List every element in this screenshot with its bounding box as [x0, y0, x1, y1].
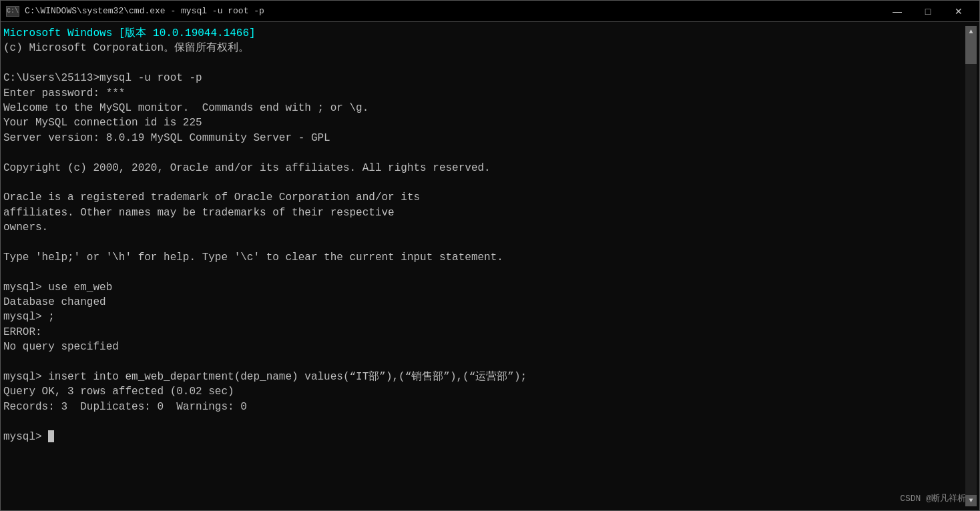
terminal-body[interactable]: Microsoft Windows [版本 10.0.19044.1466] (… — [1, 22, 979, 510]
watermark: CSDN @断凡祥析 — [900, 493, 966, 505]
scrollbar-down[interactable]: ▼ — [965, 495, 977, 506]
scrollbar-up[interactable]: ▲ — [965, 26, 977, 37]
scrollbar-track[interactable] — [965, 37, 977, 495]
terminal-window: C:\ C:\WINDOWS\system32\cmd.exe - mysql … — [0, 0, 980, 511]
title-bar-text: C:\WINDOWS\system32\cmd.exe - mysql -u r… — [25, 6, 882, 16]
window-icon: C:\ — [6, 6, 19, 17]
scrollbar[interactable]: ▲ ▼ — [965, 26, 977, 506]
close-button[interactable]: ✕ — [943, 1, 974, 22]
window-controls: — □ ✕ — [882, 1, 974, 22]
terminal-output: Microsoft Windows [版本 10.0.19044.1466] (… — [3, 26, 965, 506]
minimize-button[interactable]: — — [882, 1, 913, 22]
maximize-button[interactable]: □ — [913, 1, 943, 22]
cursor — [48, 430, 54, 442]
title-bar: C:\ C:\WINDOWS\system32\cmd.exe - mysql … — [1, 1, 979, 22]
scrollbar-thumb[interactable] — [965, 37, 977, 64]
